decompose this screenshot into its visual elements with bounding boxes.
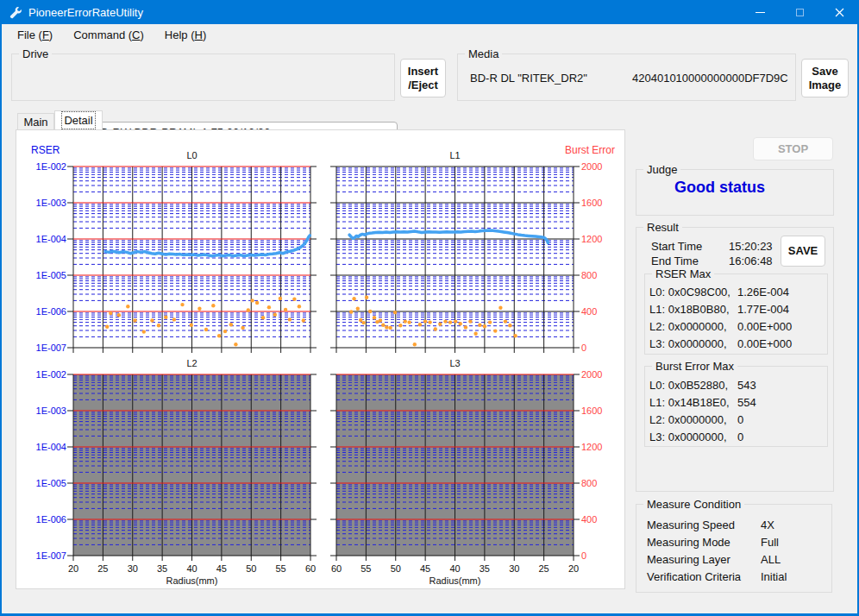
chart-l0-rser-line — [105, 236, 310, 256]
chart-l1-title: L1 — [449, 150, 460, 160]
maximize-icon — [796, 9, 804, 16]
tab-main[interactable]: Main — [17, 113, 54, 129]
menu-file[interactable]: File (F) — [9, 27, 61, 43]
burst-error-dot — [359, 318, 362, 322]
start-time-value: 15:20:23 — [729, 240, 773, 253]
menu-command[interactable]: Command (C) — [65, 27, 153, 43]
rser-tick-label: 1E-007 — [36, 343, 66, 353]
rser-tick-label: 1E-002 — [36, 369, 66, 380]
burst-error-dot — [407, 320, 411, 324]
burst-error-dot — [250, 299, 254, 302]
burst-error-dot — [464, 325, 467, 329]
burst-error-dot — [356, 307, 360, 311]
media-group-label: Media — [465, 47, 502, 60]
burst-tick-label: 400 — [581, 306, 597, 317]
x-axis-title: Radius(mm) — [166, 575, 218, 586]
burst-error-dot — [198, 307, 201, 311]
burst-axis-title: Burst Error — [565, 144, 615, 156]
rser-max-row-l2: L2: 0x0000000,0.00E+000 — [649, 320, 792, 333]
burst-error-dot — [180, 303, 184, 306]
burst-error-dot — [133, 318, 136, 322]
burst-tick-label: 800 — [581, 270, 597, 280]
insert-eject-button[interactable]: Insert/Eject — [400, 59, 446, 97]
burst-tick-label: 1600 — [581, 198, 602, 208]
burst-tick-label: 1200 — [581, 234, 602, 244]
start-time-row: Start Time15:20:23 — [651, 240, 773, 253]
burst-error-dot — [126, 305, 129, 308]
burst-error-dot — [190, 324, 193, 327]
burst-error-dot — [473, 332, 477, 336]
rser-max-label: RSER Max — [652, 267, 714, 280]
close-button[interactable] — [819, 0, 859, 24]
measuring-layer-row: Measuring LayerALL — [647, 553, 781, 566]
burst-error-dot — [157, 324, 160, 327]
x-tick-label: 20 — [568, 563, 579, 574]
burst-tick-label: 800 — [581, 478, 597, 488]
menu-bar: File (F) Command (C) Help (H) — [2, 24, 857, 45]
burst-error-dot — [413, 343, 417, 346]
burst-error-dot — [211, 304, 215, 307]
burst-error-dot — [142, 330, 146, 333]
verification-criteria-row: Verification CriteriaInitial — [647, 570, 787, 583]
burst-error-dot — [448, 320, 452, 324]
burst-error-dot — [204, 328, 208, 331]
window-border-left — [0, 0, 2, 616]
x-tick-label: 30 — [128, 563, 138, 574]
end-time-row: End Time16:06:48 — [651, 255, 773, 267]
burst-error-dot — [229, 323, 233, 326]
wrench-icon[interactable] — [8, 5, 22, 19]
tab-detail[interactable]: Detail — [54, 110, 103, 129]
window-title: PioneerErrorRateUtility — [28, 6, 143, 19]
media-type: BD-R DL "RITEK_DR2" — [470, 72, 587, 85]
rser-tick-label: 1E-006 — [36, 514, 66, 525]
drive-group-label: Drive — [19, 47, 52, 60]
burst-error-dot — [352, 297, 355, 300]
media-serial: 420401010000000000DF7D9C — [632, 72, 788, 85]
burst-error-dot — [443, 319, 447, 323]
title-bar: PioneerErrorRateUtility — [0, 0, 859, 24]
drive-group: Drive PIONEER BD-RW BDR-PR1ML 1.75 20/10… — [11, 53, 395, 101]
burst-error-dot — [423, 319, 427, 323]
burst-tick-label: 1600 — [581, 405, 602, 416]
burst-tick-label: 2000 — [581, 161, 602, 172]
burst-error-dot — [150, 318, 154, 322]
burst-error-dot — [504, 319, 507, 323]
burst-error-dot — [454, 319, 457, 323]
result-group-label: Result — [643, 221, 682, 234]
maximize-button[interactable] — [780, 0, 819, 24]
rser-tick-label: 1E-003 — [36, 405, 66, 416]
burst-error-dot — [513, 334, 517, 337]
x-tick-label: 35 — [480, 563, 490, 574]
burst-error-dot — [172, 317, 176, 321]
minimize-button[interactable] — [740, 0, 780, 24]
x-tick-label: 50 — [391, 563, 401, 574]
burst-error-dot — [498, 306, 502, 310]
burst-error-dot — [468, 319, 472, 323]
burst-max-row-l3: L3: 0x0000000,0 — [649, 431, 743, 443]
burst-error-dot — [493, 329, 497, 332]
rser-max-row-l1: L1: 0x18B0B80,1.77E-004 — [649, 303, 789, 316]
rser-tick-label: 1E-007 — [36, 550, 66, 561]
burst-error-dot — [349, 310, 353, 313]
x-tick-label: 45 — [216, 563, 227, 574]
burst-error-dot — [393, 311, 397, 314]
burst-error-dot — [428, 320, 431, 324]
minimize-icon — [756, 12, 765, 13]
judge-status: Good status — [674, 179, 765, 197]
close-icon — [835, 8, 844, 17]
rser-axis-title: RSER — [31, 144, 60, 156]
burst-error-dot — [373, 316, 376, 319]
rser-max-row-l3: L3: 0x0000000,0.00E+000 — [649, 337, 792, 350]
burst-max-label: Burst Error Max — [652, 360, 737, 373]
x-tick-label: 25 — [539, 563, 549, 574]
measuring-speed-row: Measuring Speed4X — [647, 519, 774, 531]
burst-error-dot — [385, 325, 388, 329]
save-button[interactable]: SAVE — [781, 236, 825, 267]
burst-error-dot — [459, 322, 462, 325]
measuring-mode-row: Measuring ModeFull — [647, 536, 779, 549]
menu-help[interactable]: Help (H) — [156, 27, 215, 43]
burst-tick-label: 0 — [581, 343, 586, 353]
save-image-button[interactable]: SaveImage — [801, 59, 849, 97]
stop-button[interactable]: STOP — [753, 137, 833, 160]
burst-tick-label: 1200 — [581, 442, 602, 452]
